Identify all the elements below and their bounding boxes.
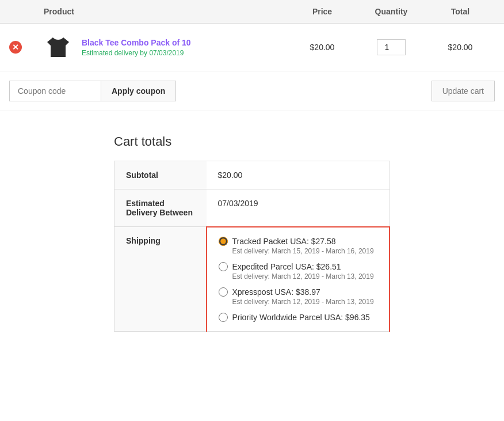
coupon-row: Apply coupon Update cart	[0, 71, 504, 111]
shipping-delivery-2: Est delivery: March 12, 2019 - March 13,…	[232, 298, 378, 306]
product-image	[44, 33, 72, 62]
remove-cell: ✕	[9, 41, 44, 54]
subtotal-value: $20.00	[207, 161, 390, 189]
shipping-option-label-3[interactable]: Priority Worldwide Parcel USA: $96.35	[219, 313, 378, 322]
shipping-radio-2[interactable]	[219, 287, 228, 297]
cart-totals-section: Cart totals Subtotal $20.00 Estimated De…	[102, 134, 402, 332]
shipping-option-name-1: Expedited Parcel USA: $26.51	[232, 262, 341, 271]
coupon-input[interactable]	[9, 81, 101, 101]
shipping-option-name-0: Tracked Packet USA: $27.58	[232, 237, 336, 246]
price-column: $20.00	[288, 43, 357, 52]
remove-item-button[interactable]: ✕	[9, 41, 22, 54]
remove-icon: ✕	[9, 41, 22, 54]
shipping-label: Shipping	[114, 227, 207, 332]
cart-item-row: ✕ Black Tee Combo Pack of 10 Estimated d…	[0, 24, 504, 71]
shipping-radio-3[interactable]	[219, 313, 228, 322]
shipping-option-name-3: Priority Worldwide Parcel USA: $96.35	[232, 313, 370, 322]
shipping-option-label-0[interactable]: Tracked Packet USA: $27.58	[219, 237, 378, 246]
shipping-option: Expedited Parcel USA: $26.51Est delivery…	[219, 262, 378, 280]
shipping-radio-0[interactable]	[219, 237, 228, 246]
coupon-left: Apply coupon	[9, 81, 176, 101]
product-info: Black Tee Combo Pack of 10 Estimated del…	[82, 38, 191, 57]
subtotal-row: Subtotal $20.00	[114, 161, 390, 189]
shipping-option-name-2: Xpresspost USA: $38.97	[232, 287, 320, 297]
header-price: Price	[288, 7, 357, 16]
item-price: $20.00	[310, 43, 335, 52]
shipping-option-label-1[interactable]: Expedited Parcel USA: $26.51	[219, 262, 378, 271]
shipping-option-label-2[interactable]: Xpresspost USA: $38.97	[219, 287, 378, 297]
delivery-estimate: Estimated delivery by 07/03/2019	[82, 49, 191, 57]
totals-table: Subtotal $20.00 Estimated Delivery Betwe…	[114, 161, 390, 332]
shipping-option: Priority Worldwide Parcel USA: $96.35	[219, 313, 378, 322]
shipping-option: Tracked Packet USA: $27.58Est delivery: …	[219, 237, 378, 255]
header-quantity: Quantity	[357, 7, 426, 16]
header-product: Product	[44, 7, 288, 16]
delivery-row: Estimated Delivery Between 07/03/2019	[114, 189, 390, 227]
shipping-delivery-0: Est delivery: March 15, 2019 - March 16,…	[232, 247, 378, 255]
update-cart-button[interactable]: Update cart	[432, 81, 495, 101]
apply-coupon-button[interactable]: Apply coupon	[101, 81, 176, 101]
quantity-input[interactable]	[377, 39, 406, 55]
cart-totals-title: Cart totals	[114, 134, 390, 149]
header-total: Total	[426, 7, 495, 16]
total-column: $20.00	[426, 43, 495, 52]
subtotal-label: Subtotal	[114, 161, 207, 189]
product-column: Black Tee Combo Pack of 10 Estimated del…	[44, 33, 288, 62]
shipping-delivery-1: Est delivery: March 12, 2019 - March 13,…	[232, 272, 378, 280]
shipping-option: Xpresspost USA: $38.97Est delivery: Marc…	[219, 287, 378, 306]
tshirt-icon	[45, 34, 71, 60]
shipping-row: Shipping Tracked Packet USA: $27.58Est d…	[114, 227, 390, 332]
shipping-radio-1[interactable]	[219, 262, 228, 271]
quantity-column	[357, 39, 426, 55]
cart-table-header: Product Price Quantity Total	[0, 0, 504, 24]
shipping-options-cell: Tracked Packet USA: $27.58Est delivery: …	[207, 227, 390, 332]
delivery-value: 07/03/2019	[207, 189, 390, 227]
item-total: $20.00	[448, 43, 473, 52]
product-name: Black Tee Combo Pack of 10	[82, 38, 191, 47]
delivery-label: Estimated Delivery Between	[114, 189, 207, 227]
